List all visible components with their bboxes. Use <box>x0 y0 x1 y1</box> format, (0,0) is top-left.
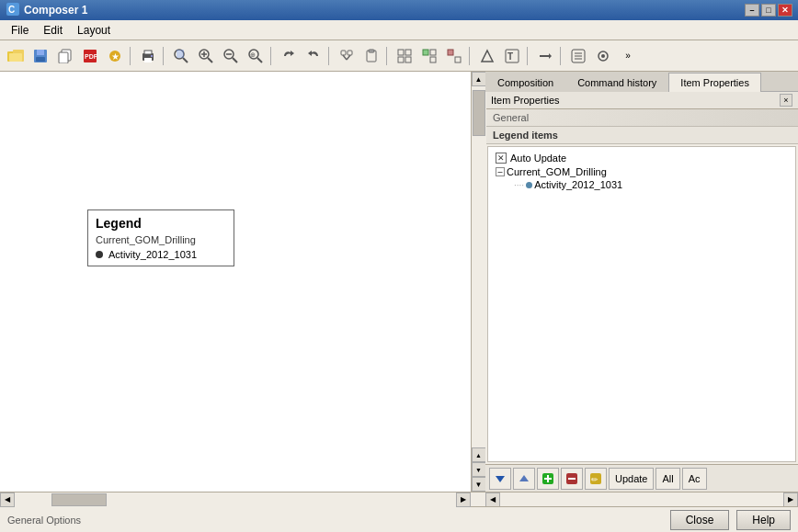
undo-button[interactable] <box>277 44 301 68</box>
copy-button[interactable] <box>53 44 77 68</box>
move-up-button[interactable] <box>513 468 535 490</box>
svg-rect-20 <box>177 50 184 58</box>
main-content: Legend Current_GOM_Drilling Activity_201… <box>0 72 798 506</box>
svg-rect-42 <box>430 50 436 55</box>
text-button[interactable]: T <box>500 44 524 68</box>
zoom-fit-button[interactable]: ⊕ <box>244 44 268 68</box>
bottom-bar: General Options Close Help <box>0 506 798 532</box>
legend-box[interactable]: Legend Current_GOM_Drilling Activity_201… <box>87 209 234 266</box>
save-button[interactable] <box>28 44 52 68</box>
svg-text:T: T <box>507 51 513 62</box>
panel-content: Item Properties × General Legend items ✕… <box>485 92 798 506</box>
items-area[interactable]: ✕ Auto Update – Current_GOM_Drilling ···… <box>487 146 796 462</box>
vscroll-up[interactable]: ▲ <box>472 72 486 86</box>
remove-item-button[interactable] <box>442 44 466 68</box>
tab-command-history[interactable]: Command history <box>565 73 668 92</box>
all-button[interactable]: All <box>656 468 679 490</box>
close-button[interactable]: Close <box>670 510 730 530</box>
zoom-in-button[interactable] <box>194 44 218 68</box>
more-button[interactable]: » <box>616 44 640 68</box>
ac-button[interactable]: Ac <box>682 468 707 490</box>
svg-rect-4 <box>9 53 22 62</box>
hscroll-left[interactable]: ◀ <box>0 492 15 507</box>
properties-button[interactable] <box>566 44 590 68</box>
zoom-select-button[interactable] <box>169 44 193 68</box>
hscroll-track[interactable] <box>15 492 456 507</box>
menu-layout[interactable]: Layout <box>70 22 118 39</box>
svg-rect-38 <box>405 50 411 55</box>
tree-parent-label: Current_GOM_Drilling <box>507 166 607 177</box>
panel-hscroll-left[interactable]: ◀ <box>485 492 500 507</box>
pdf-button[interactable]: PDF <box>78 44 102 68</box>
svg-rect-45 <box>455 57 461 62</box>
redo-button[interactable] <box>302 44 325 68</box>
move-down-button[interactable] <box>489 468 511 490</box>
legend-layer: Current_GOM_Drilling <box>96 234 226 245</box>
compose-button[interactable]: ★ <box>103 44 127 68</box>
svg-rect-40 <box>405 57 411 62</box>
legend-items-label: Legend items <box>493 130 558 141</box>
svg-marker-57 <box>496 476 505 482</box>
zoom-out-button[interactable] <box>219 44 243 68</box>
open-button[interactable] <box>4 44 28 68</box>
panel-hscroll: ◀ ▶ <box>485 492 798 506</box>
maximize-button[interactable]: □ <box>761 4 776 17</box>
tree-line-icon: ···· <box>514 180 524 190</box>
canvas-hscroll: ◀ ▶ <box>0 492 485 506</box>
vscroll-down[interactable]: ▼ <box>472 477 486 492</box>
svg-rect-7 <box>36 57 45 62</box>
svg-text:✏: ✏ <box>591 475 598 484</box>
paste-button[interactable] <box>359 44 383 68</box>
toolbar: PDF ★ ⊕ <box>0 40 798 72</box>
menu-file[interactable]: File <box>4 22 36 39</box>
svg-line-29 <box>257 58 262 62</box>
title-bar: C Composer 1 – □ ✕ <box>0 0 798 20</box>
legend-title: Legend <box>96 216 226 231</box>
canvas-vscroll[interactable]: ▲ ▲ ▼ ▼ <box>471 72 485 492</box>
print-button[interactable] <box>136 44 160 68</box>
panel-hscroll-track[interactable] <box>500 492 783 507</box>
vscroll-page-up[interactable]: ▲ <box>472 447 486 462</box>
panel-close-button[interactable]: × <box>780 94 792 107</box>
tab-item-properties[interactable]: Item Properties <box>668 73 761 92</box>
close-button[interactable]: ✕ <box>778 4 792 17</box>
vscroll-page-down[interactable]: ▼ <box>472 462 486 477</box>
cut-button[interactable] <box>335 44 359 68</box>
settings-button[interactable] <box>591 44 615 68</box>
svg-rect-39 <box>398 57 404 62</box>
remove-layer-button[interactable] <box>561 468 583 490</box>
help-button[interactable]: Help <box>736 510 791 530</box>
tree-parent-item[interactable]: – Current_GOM_Drilling <box>492 165 792 178</box>
svg-rect-32 <box>348 51 352 55</box>
add-item-button[interactable] <box>417 44 441 68</box>
svg-rect-43 <box>430 57 436 62</box>
menu-bar: File Edit Layout <box>0 20 798 40</box>
hscroll-right[interactable]: ▶ <box>456 492 471 507</box>
svg-marker-46 <box>482 51 493 62</box>
arrow-button[interactable] <box>533 44 557 68</box>
svg-marker-58 <box>519 475 529 481</box>
panel-hscroll-right[interactable]: ▶ <box>783 492 798 507</box>
svg-rect-37 <box>398 50 404 55</box>
edit-layer-button[interactable]: ✏ <box>585 468 607 490</box>
svg-text:★: ★ <box>111 51 120 62</box>
add-layer-button[interactable] <box>537 468 559 490</box>
auto-update-checkbox[interactable]: ✕ <box>496 153 507 164</box>
menu-edit[interactable]: Edit <box>36 22 70 39</box>
grid-button[interactable] <box>393 44 416 68</box>
update-button[interactable]: Update <box>609 468 654 490</box>
svg-line-22 <box>208 58 212 62</box>
svg-line-33 <box>343 55 347 60</box>
canvas[interactable]: Legend Current_GOM_Drilling Activity_201… <box>0 72 471 492</box>
app-icon: C <box>6 2 20 19</box>
tab-composition[interactable]: Composition <box>485 73 565 92</box>
panel-header-title: Item Properties <box>491 95 560 106</box>
legend-items-section: Legend items <box>485 127 798 144</box>
svg-rect-9 <box>59 52 68 63</box>
tree-collapse-btn[interactable]: – <box>496 167 505 176</box>
triangle-button[interactable] <box>475 44 499 68</box>
tree-child-item[interactable]: ···· Activity_2012_1031 <box>492 178 792 191</box>
svg-text:⊕: ⊕ <box>250 51 256 58</box>
minimize-button[interactable]: – <box>745 4 759 17</box>
toolbar-separator-4 <box>328 47 332 65</box>
